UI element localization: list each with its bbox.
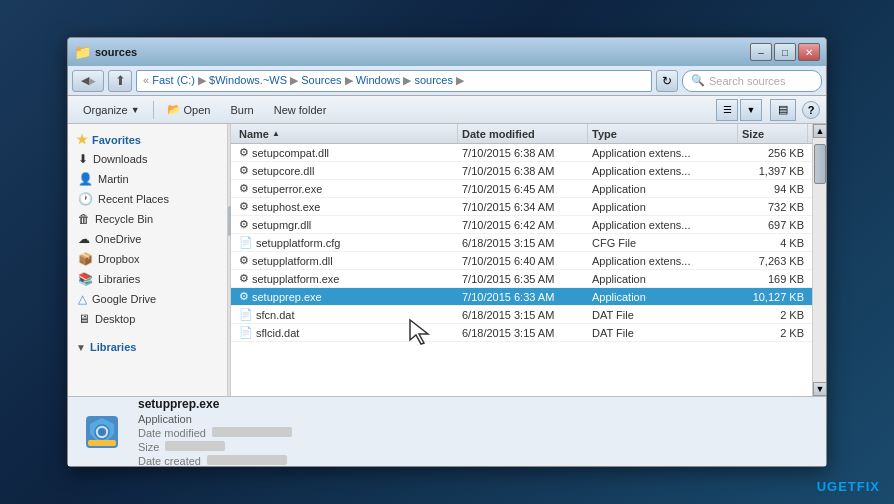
file-row[interactable]: ⚙ setupplatform.dll 7/10/2015 6:40 AM Ap… — [231, 252, 812, 270]
col-type[interactable]: Type — [588, 124, 738, 143]
sidebar-item-dropbox[interactable]: 📦 Dropbox — [68, 249, 227, 269]
sidebar-downloads-label: Downloads — [93, 153, 147, 165]
file-row[interactable]: 📄 setupplatform.cfg 6/18/2015 3:15 AM CF… — [231, 234, 812, 252]
path-part-2[interactable]: $Windows.~WS — [209, 74, 287, 86]
file-row[interactable]: 📄 sflcid.dat 6/18/2015 3:15 AM DAT File … — [231, 324, 812, 342]
col-name[interactable]: Name ▲ — [235, 124, 458, 143]
file-icon: ⚙ — [239, 182, 249, 195]
sidebar-item-libraries[interactable]: 📚 Libraries — [68, 269, 227, 289]
file-list-container[interactable]: Name ▲ Date modified Type Size ⚙ setupco… — [231, 124, 812, 396]
file-row[interactable]: ⚙ setupcompat.dll 7/10/2015 6:38 AM Appl… — [231, 144, 812, 162]
preview-pane-button[interactable]: ▤ — [770, 99, 796, 121]
file-name: sfcn.dat — [256, 309, 295, 321]
file-size-cell: 7,263 KB — [738, 255, 808, 267]
up-button[interactable]: ⬆ — [108, 70, 132, 92]
file-type-cell: Application — [588, 183, 738, 195]
close-button[interactable]: ✕ — [798, 43, 820, 61]
path-part-1[interactable]: Fast (C:) — [152, 74, 195, 86]
maximize-button[interactable]: □ — [774, 43, 796, 61]
file-row[interactable]: ⚙ setupmgr.dll 7/10/2015 6:42 AM Applica… — [231, 216, 812, 234]
file-name: setupcore.dll — [252, 165, 314, 177]
file-name: setupplatform.cfg — [256, 237, 340, 249]
file-icon: ⚙ — [239, 164, 249, 177]
file-name: setupprep.exe — [252, 291, 322, 303]
view-list-button[interactable]: ☰ — [716, 99, 738, 121]
path-part-3[interactable]: Sources — [301, 74, 341, 86]
libraries-icon: 📚 — [78, 272, 93, 286]
scrollbar-down-arrow[interactable]: ▼ — [813, 382, 826, 396]
recycle-icon: 🗑 — [78, 212, 90, 226]
file-list-scrollbar[interactable]: ▲ ▼ — [812, 124, 826, 396]
title-bar: 📁 sources – □ ✕ — [68, 38, 826, 66]
file-name: setupmgr.dll — [252, 219, 311, 231]
file-explorer-window: 📁 sources – □ ✕ ◀▶ ⬆ « Fast (C:) ▶ $Wind… — [67, 37, 827, 467]
minimize-button[interactable]: – — [750, 43, 772, 61]
col-size[interactable]: Size — [738, 124, 808, 143]
svg-point-3 — [98, 428, 106, 436]
address-path[interactable]: « Fast (C:) ▶ $Windows.~WS ▶ Sources ▶ W… — [136, 70, 652, 92]
preview-created-label: Date created — [138, 455, 201, 467]
sidebar-item-googledrive[interactable]: △ Google Drive — [68, 289, 227, 309]
file-row[interactable]: ⚙ setupplatform.exe 7/10/2015 6:35 AM Ap… — [231, 270, 812, 288]
sidebar-item-martin[interactable]: 👤 Martin — [68, 169, 227, 189]
file-type-cell: DAT File — [588, 309, 738, 321]
file-name: setupcompat.dll — [252, 147, 329, 159]
status-bar: setupprep.exe Application Date modified … — [68, 396, 826, 466]
scrollbar-thumb[interactable] — [814, 144, 826, 184]
organize-button[interactable]: Organize ▼ — [74, 99, 149, 121]
col-size-label: Size — [742, 128, 764, 140]
sidebar-item-recent[interactable]: 🕐 Recent Places — [68, 189, 227, 209]
file-size-cell: 10,127 KB — [738, 291, 808, 303]
burn-button[interactable]: Burn — [221, 99, 262, 121]
downloads-icon: ⬇ — [78, 152, 88, 166]
sidebar-item-recycle[interactable]: 🗑 Recycle Bin — [68, 209, 227, 229]
toolbar-separator-1 — [153, 101, 154, 119]
setup-icon-svg — [82, 412, 122, 452]
sidebar-libraries-header[interactable]: ▼ Libraries — [68, 337, 227, 355]
help-button[interactable]: ? — [802, 101, 820, 119]
file-type-cell: Application extens... — [588, 255, 738, 267]
file-row[interactable]: ⚙ setuphost.exe 7/10/2015 6:34 AM Applic… — [231, 198, 812, 216]
sidebar: ★ Favorites ⬇ Downloads 👤 Martin 🕐 Recen… — [68, 124, 228, 396]
file-row[interactable]: ⚙ setuperror.exe 7/10/2015 6:45 AM Appli… — [231, 180, 812, 198]
file-row[interactable]: ⚙ setupcore.dll 7/10/2015 6:38 AM Applic… — [231, 162, 812, 180]
search-box[interactable]: 🔍 Search sources — [682, 70, 822, 92]
refresh-icon: ↻ — [662, 74, 672, 88]
preview-created-value — [207, 455, 287, 465]
sidebar-recent-label: Recent Places — [98, 193, 169, 205]
title-bar-left: 📁 sources — [74, 44, 137, 60]
sidebar-favorites-header[interactable]: ★ Favorites — [68, 128, 227, 149]
file-size-cell: 2 KB — [738, 309, 808, 321]
new-folder-button[interactable]: New folder — [265, 99, 336, 121]
file-date-cell: 7/10/2015 6:40 AM — [458, 255, 588, 267]
file-size-cell: 94 KB — [738, 183, 808, 195]
preview-date-row: Date modified — [138, 427, 292, 439]
back-forward-button[interactable]: ◀▶ — [72, 70, 104, 92]
sidebar-item-downloads[interactable]: ⬇ Downloads — [68, 149, 227, 169]
file-icon: ⚙ — [239, 218, 249, 231]
file-icon: 📄 — [239, 326, 253, 339]
path-part-5[interactable]: sources — [414, 74, 453, 86]
scrollbar-up-arrow[interactable]: ▲ — [813, 124, 826, 138]
file-date-cell: 7/10/2015 6:38 AM — [458, 147, 588, 159]
file-row[interactable]: 📄 sfcn.dat 6/18/2015 3:15 AM DAT File 2 … — [231, 306, 812, 324]
file-row[interactable]: ⚙ setupprep.exe 7/10/2015 6:33 AM Applic… — [231, 288, 812, 306]
svg-rect-4 — [88, 440, 116, 446]
file-name-cell: ⚙ setupcompat.dll — [235, 146, 458, 159]
sort-icon: ▲ — [272, 129, 280, 138]
martin-icon: 👤 — [78, 172, 93, 186]
open-button[interactable]: 📂 Open — [158, 99, 220, 121]
preview-date-value — [212, 427, 292, 437]
file-date-cell: 6/18/2015 3:15 AM — [458, 309, 588, 321]
file-name-cell: 📄 setupplatform.cfg — [235, 236, 458, 249]
preview-created-row: Date created — [138, 455, 292, 467]
refresh-button[interactable]: ↻ — [656, 70, 678, 92]
view-toggle-button[interactable]: ▼ — [740, 99, 762, 121]
open-icon: 📂 — [167, 103, 181, 116]
file-name-cell: 📄 sflcid.dat — [235, 326, 458, 339]
sidebar-item-onedrive[interactable]: ☁ OneDrive — [68, 229, 227, 249]
file-size-cell: 732 KB — [738, 201, 808, 213]
path-part-4[interactable]: Windows — [356, 74, 401, 86]
sidebar-item-desktop[interactable]: 🖥 Desktop — [68, 309, 227, 329]
col-date[interactable]: Date modified — [458, 124, 588, 143]
